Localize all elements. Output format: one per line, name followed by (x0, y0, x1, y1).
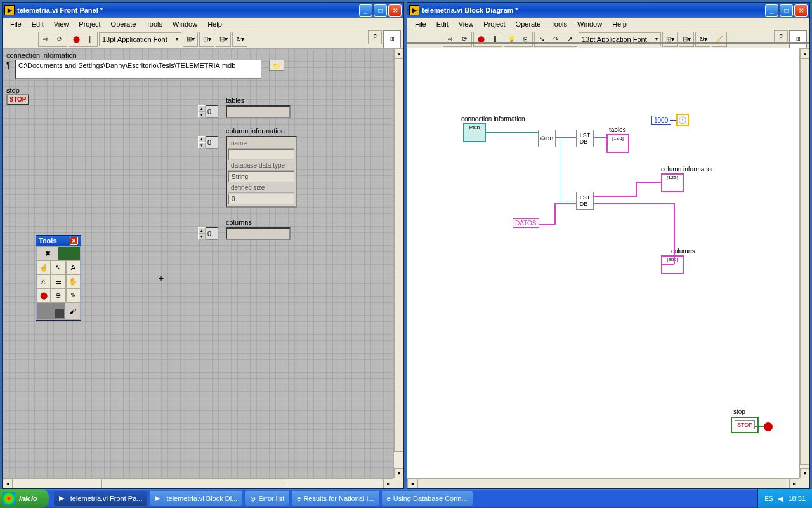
distribute-button[interactable]: ⊡▾ (200, 32, 214, 46)
tables-index[interactable]: ▴▾ (198, 105, 218, 118)
scroll-right[interactable]: ▸ (789, 479, 799, 488)
wait-constant[interactable]: 1000 (651, 116, 671, 125)
block-titlebar[interactable]: ▶ telemetria.vi Block Diagram * _ □ ✕ (407, 3, 809, 18)
block-diagram-canvas[interactable]: connection information Path ⛁DB LSTDB ta… (407, 48, 799, 478)
tools-palette[interactable]: Tools✕ ✖ ☝ ↖ A ⎌ ☰ ✋ ⬤ ⊕ ✎ (36, 235, 81, 321)
language-indicator[interactable]: ES (764, 495, 773, 502)
menu-operate[interactable]: Operate (511, 19, 546, 29)
db-list-tables-node[interactable]: LSTDB (576, 130, 594, 147)
abort-button[interactable]: ⬤ (474, 32, 488, 46)
tables-terminal[interactable]: [123] (606, 134, 629, 153)
scroll-left[interactable]: ◂ (407, 479, 417, 488)
hscroll-thumb[interactable] (417, 479, 785, 488)
block-vscroll[interactable]: ▴ ▾ (799, 48, 809, 478)
menu-tools[interactable]: Tools (141, 19, 167, 29)
tables-value[interactable] (226, 105, 291, 118)
color-tool-brush[interactable]: 🖌 (65, 303, 80, 319)
conn-path-input[interactable]: C:\Documents and Settings\Danny\Escritor… (15, 60, 261, 79)
menu-window[interactable]: Window (167, 19, 202, 29)
abort-button[interactable]: ⬤ (69, 32, 83, 46)
run-button[interactable]: ⇨ (39, 32, 53, 46)
datos-constant[interactable]: DATOS (513, 218, 539, 228)
columns-index[interactable]: ▴▾ (198, 227, 218, 240)
columns-value[interactable] (226, 227, 291, 240)
tables-index-value[interactable] (206, 105, 218, 118)
pause-button[interactable]: ‖ (488, 32, 502, 46)
menu-project[interactable]: Project (478, 19, 510, 29)
taskbar-item-database[interactable]: eUsing Database Conn... (382, 491, 473, 506)
col-index-value[interactable] (206, 136, 218, 149)
reorder-button[interactable]: ↻▾ (233, 32, 247, 46)
auto-tool-led[interactable] (58, 247, 80, 260)
conn-info-terminal[interactable]: Path (463, 123, 486, 142)
vscroll-thumb[interactable] (800, 58, 809, 465)
menu-view[interactable]: View (49, 19, 74, 29)
menu-help[interactable]: Help (607, 19, 632, 29)
front-vscroll[interactable]: ▴ ▾ (393, 48, 403, 478)
menu-file[interactable]: File (410, 19, 431, 29)
system-tray[interactable]: ES ◀ 18:51 (757, 489, 812, 508)
loop-stop-condition[interactable] (764, 422, 773, 431)
clock[interactable]: 18:51 (788, 495, 806, 502)
menu-edit[interactable]: Edit (27, 19, 49, 29)
start-button[interactable]: Inicio (0, 489, 49, 508)
color-tool-bg[interactable] (37, 303, 65, 319)
operate-tool[interactable]: ☝ (36, 260, 51, 274)
taskbar-item-frontpanel[interactable]: ▶telemetria.vi Front Pa... (54, 491, 148, 506)
block-hscroll[interactable]: ◂ ▸ (407, 478, 799, 488)
minimize-button[interactable]: _ (765, 4, 778, 17)
menu-tools[interactable]: Tools (546, 19, 572, 29)
front-panel-canvas[interactable]: connection information C:\Documents and … (3, 48, 393, 478)
position-tool[interactable]: ↖ (51, 260, 65, 274)
run-cont-button[interactable]: ⟳ (53, 32, 67, 46)
scroll-down[interactable]: ▾ (394, 468, 403, 478)
scroll-left[interactable]: ◂ (3, 479, 13, 488)
down-arrow[interactable]: ▾ (198, 234, 206, 240)
menu-project[interactable]: Project (74, 19, 105, 29)
maximize-button[interactable]: □ (374, 4, 387, 17)
up-arrow[interactable]: ▴ (198, 227, 206, 234)
down-arrow[interactable]: ▾ (198, 112, 206, 118)
col-index[interactable]: ▴▾ (198, 136, 218, 149)
help-button[interactable]: ? (368, 30, 382, 44)
reorder-button[interactable]: 🧹 (712, 32, 726, 46)
close-button[interactable]: ✕ (388, 4, 402, 17)
stop-terminal[interactable]: STOP (731, 417, 759, 433)
up-arrow[interactable]: ▴ (198, 136, 206, 142)
scroll-up[interactable]: ▴ (394, 48, 403, 58)
vscroll-thumb[interactable] (394, 58, 403, 452)
menu-edit[interactable]: Edit (431, 19, 454, 29)
front-hscroll[interactable]: ◂ ▸ (3, 478, 393, 488)
scroll-tool[interactable]: ✋ (66, 274, 81, 288)
menu-operate[interactable]: Operate (106, 19, 141, 29)
stop-button[interactable]: STOP (6, 94, 29, 105)
front-titlebar[interactable]: ▶ telemetria.vi Front Panel * _ □ ✕ (3, 3, 403, 18)
scroll-right[interactable]: ▸ (383, 479, 393, 488)
font-selector[interactable]: 13pt Application Font (579, 32, 661, 46)
cleanup-button[interactable]: ↻▾ (696, 32, 710, 46)
down-arrow[interactable]: ▾ (198, 142, 206, 149)
color-copy-tool[interactable]: ✎ (66, 288, 81, 302)
columns-index-value[interactable] (206, 227, 218, 240)
menu-file[interactable]: File (5, 19, 27, 29)
vi-icon-thumb[interactable]: ⊞ (383, 30, 401, 48)
menu-view[interactable]: View (454, 19, 479, 29)
menu-window[interactable]: Window (572, 19, 607, 29)
taskbar-item-errorlist[interactable]: ⊘Error list (245, 491, 289, 506)
shortcut-tool[interactable]: ☰ (51, 274, 65, 288)
breakpoint-tool[interactable]: ⬤ (36, 288, 51, 302)
run-button[interactable]: ⇨ (443, 32, 457, 46)
step-out-button[interactable]: ↗ (563, 32, 577, 46)
maximize-button[interactable]: □ (780, 4, 793, 17)
minimize-button[interactable]: _ (359, 4, 372, 17)
db-open-node[interactable]: ⛁DB (538, 130, 556, 147)
distribute-button[interactable]: ⊡▾ (679, 32, 693, 46)
font-selector[interactable]: 13pt Application Font (99, 32, 181, 46)
step-into-button[interactable]: ↘ (535, 32, 549, 46)
taskbar-item-results[interactable]: eResults for National I... (292, 491, 379, 506)
text-tool[interactable]: A (66, 260, 81, 274)
col-info-terminal[interactable]: [123] (661, 173, 684, 192)
tools-titlebar[interactable]: Tools✕ (36, 236, 81, 246)
col-info-cluster[interactable]: name database data type String defined s… (226, 136, 297, 208)
taskbar-item-blockdiagram[interactable]: ▶telemetria.vi Block Di... (150, 491, 242, 506)
